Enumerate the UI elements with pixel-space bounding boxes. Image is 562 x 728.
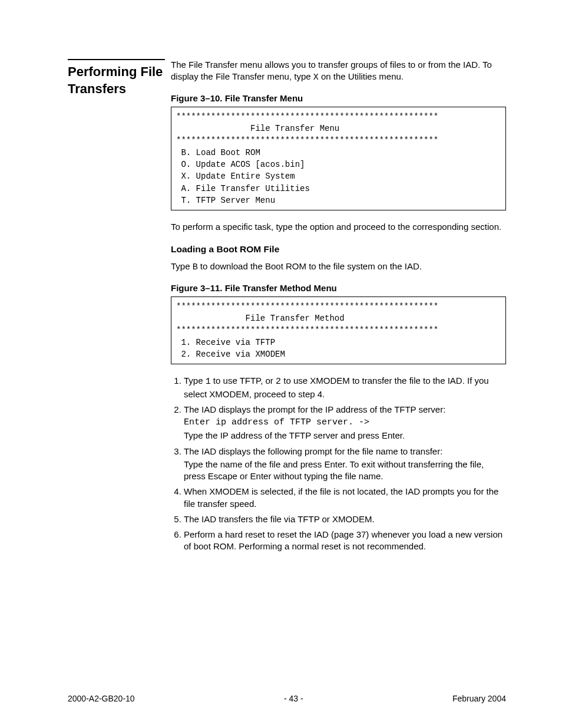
- section-heading: Performing File Transfers: [68, 59, 165, 97]
- step-3: The IAD displays the following prompt fo…: [184, 446, 506, 483]
- boot-before: Type: [171, 261, 193, 271]
- intro-key: X: [313, 73, 319, 83]
- step1-key2: 2: [276, 377, 281, 387]
- step3-after: Type the name of the file and press Ente…: [184, 459, 506, 483]
- step3-text: The IAD displays the following prompt fo…: [184, 446, 442, 456]
- footer-center: - 43 -: [284, 693, 303, 704]
- step1-key1: 1: [206, 377, 211, 387]
- step-5: The IAD transfers the file via TFTP or X…: [184, 513, 506, 525]
- step5-text: The IAD transfers the file via TFTP or X…: [184, 514, 375, 524]
- step2-mono: Enter ip address of TFTP server. ->: [184, 417, 506, 429]
- figure-caption-1: Figure 3–10. File Transfer Menu: [171, 93, 506, 104]
- step-6: Perform a hard reset to reset the IAD (p…: [184, 529, 506, 553]
- intro-paragraph: The File Transfer menu allows you to tra…: [171, 59, 506, 84]
- subheading-loading-boot-rom: Loading a Boot ROM File: [171, 243, 506, 256]
- step6-text: Perform a hard reset to reset the IAD (p…: [184, 529, 503, 551]
- step2-after: Type the IP address of the TFTP server a…: [184, 430, 506, 442]
- boot-paragraph: Type B to download the Boot ROM to the f…: [171, 261, 506, 274]
- figure-box-2: ****************************************…: [171, 297, 506, 364]
- steps-list: Type 1 to use TFTP, or 2 to use XMODEM t…: [171, 375, 506, 552]
- step1-mid: to use TFTP, or: [211, 375, 276, 386]
- figure-caption-2: Figure 3–11. File Transfer Method Menu: [171, 282, 506, 294]
- after-fig1-paragraph: To perform a specific task, type the opt…: [171, 221, 506, 233]
- step1-pre: Type: [184, 375, 206, 386]
- boot-after: to download the Boot ROM to the file sys…: [198, 261, 422, 271]
- step4-text: When XMODEM is selected, if the file is …: [184, 486, 498, 508]
- figure-box-1: ****************************************…: [171, 107, 506, 210]
- footer-left: 2000-A2-GB20-10: [68, 693, 135, 704]
- step-1: Type 1 to use TFTP, or 2 to use XMODEM t…: [184, 375, 506, 400]
- intro-after: on the Utilities menu.: [319, 71, 404, 81]
- step-4: When XMODEM is selected, if the file is …: [184, 486, 506, 510]
- footer-right: February 2004: [452, 693, 506, 704]
- step2-text: The IAD displays the prompt for the IP a…: [184, 404, 445, 414]
- boot-key: B: [193, 262, 198, 272]
- step-2: The IAD displays the prompt for the IP a…: [184, 404, 506, 442]
